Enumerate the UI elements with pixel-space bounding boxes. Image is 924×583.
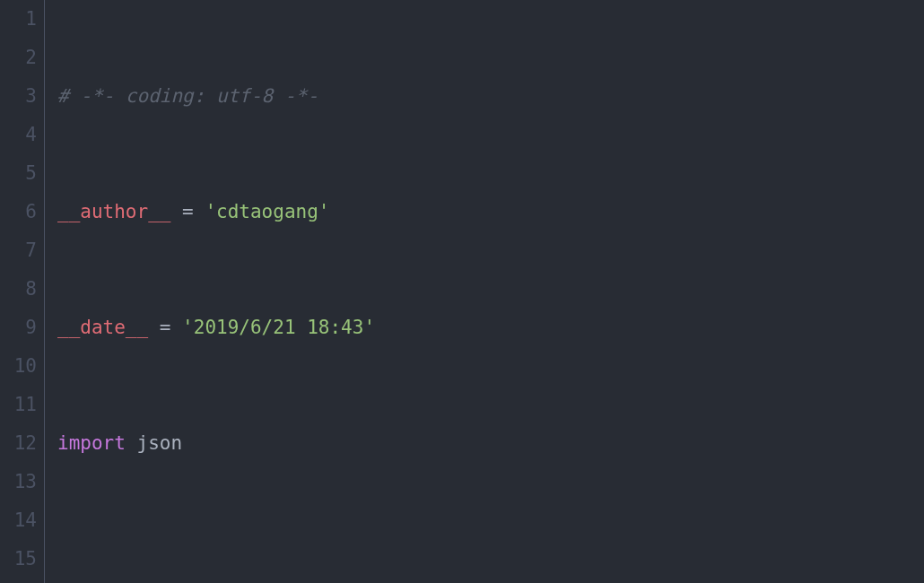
string-token: 'cdtaogang'	[205, 201, 329, 222]
line-number: 12	[0, 424, 37, 463]
keyword-token: import	[57, 432, 126, 454]
code-line[interactable]: __author__ = 'cdtaogang'	[57, 193, 924, 231]
operator-token: =	[148, 317, 182, 338]
line-number: 4	[0, 116, 37, 154]
line-number: 2	[0, 39, 37, 77]
space-token	[126, 432, 137, 454]
dunder-token: __author__	[57, 201, 170, 222]
line-number: 11	[0, 386, 37, 424]
line-number: 8	[0, 270, 37, 309]
code-editor: 1 2 3 4 5 6 7 8 9 10 11 12 13 14 15 # -*…	[0, 0, 924, 583]
line-number: 3	[0, 77, 37, 116]
comment-token: # -*- coding: utf-8 -*-	[57, 85, 318, 107]
line-number: 13	[0, 463, 37, 501]
code-line[interactable]: __date__ = '2019/6/21 18:43'	[57, 309, 924, 347]
line-number: 9	[0, 309, 37, 347]
code-area[interactable]: # -*- coding: utf-8 -*- __author__ = 'cd…	[45, 0, 924, 583]
module-token: json	[137, 432, 183, 454]
line-number: 6	[0, 193, 37, 231]
line-number: 5	[0, 154, 37, 193]
code-line[interactable]	[57, 540, 924, 579]
operator-token: =	[170, 201, 205, 222]
line-number: 1	[0, 0, 37, 39]
line-number: 10	[0, 347, 37, 386]
code-line[interactable]: # -*- coding: utf-8 -*-	[57, 77, 924, 116]
dunder-token: __date__	[57, 317, 148, 338]
string-token: '2019/6/21 18:43'	[182, 317, 375, 338]
line-number: 7	[0, 231, 37, 270]
line-number-gutter: 1 2 3 4 5 6 7 8 9 10 11 12 13 14 15	[0, 0, 45, 583]
line-number: 15	[0, 540, 37, 579]
line-number: 14	[0, 501, 37, 540]
code-line[interactable]: import json	[57, 424, 924, 463]
